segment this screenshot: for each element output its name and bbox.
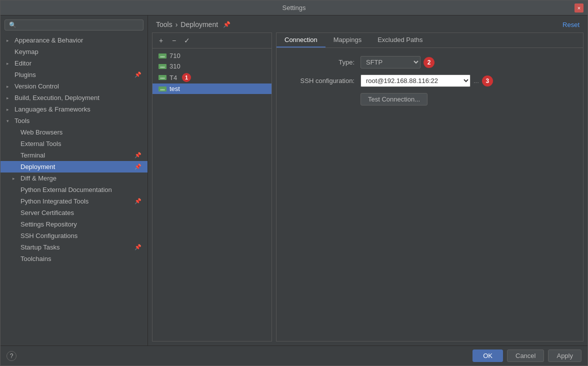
chevron-right-icon: ▸ [6, 96, 12, 100]
svg-text:≡≡≡: ≡≡≡ [160, 88, 164, 90]
main-area: Tools › Deployment 📌 Reset + − ✓ [148, 16, 588, 346]
sidebar-item-label: Version Control [14, 82, 59, 90]
apply-button[interactable]: Apply [548, 350, 582, 362]
ok-button[interactable]: OK [472, 350, 503, 362]
pin-icon: 📌 [134, 72, 142, 78]
ssh-input-container: root@192.168.88.116:22 ... 3 [360, 74, 493, 87]
chevron-right-icon: ▸ [6, 84, 12, 89]
cancel-button[interactable]: Cancel [507, 350, 544, 362]
settings-dialog: Settings × 🔍 ▸ Appearance & Behavior Key… [0, 0, 588, 366]
sidebar-item-keymap[interactable]: Keymap [0, 46, 148, 58]
close-button[interactable]: × [574, 4, 584, 12]
sidebar-item-build-execution[interactable]: ▸ Build, Execution, Deployment [0, 92, 148, 104]
sidebar-item-startup-tasks[interactable]: Startup Tasks 📌 [0, 242, 148, 253]
breadcrumb-pin-icon: 📌 [223, 21, 230, 28]
help-button[interactable]: ? [6, 351, 16, 361]
test-connection-button[interactable]: Test Connection... [360, 93, 428, 106]
chevron-right-icon: ▸ [6, 38, 12, 43]
add-button[interactable]: + [156, 35, 166, 46]
badge-1: 1 [182, 73, 191, 82]
badge-3: 3 [482, 76, 493, 86]
sidebar-item-label: Server Certificates [20, 209, 74, 216]
sidebar-item-label: Web Browsers [20, 128, 62, 136]
ssh-config-label: SSH configuration: [284, 77, 354, 84]
type-select[interactable]: SFTP FTP FTPS [360, 56, 420, 68]
sidebar-item-version-control[interactable]: ▸ Version Control [0, 80, 148, 92]
deployment-item-test[interactable]: ≡≡≡ test [152, 84, 272, 94]
sidebar-item-tools[interactable]: ▾ Tools [0, 115, 148, 126]
sidebar-item-label: Appearance & Behavior [14, 36, 83, 44]
breadcrumb: Tools › Deployment 📌 [156, 20, 230, 28]
sidebar-item-label: Keymap [14, 48, 38, 56]
type-field-container: SFTP FTP FTPS 2 [360, 56, 434, 68]
deployment-list: ≡≡≡ 710 ≡≡≡ 310 ≡≡≡ [152, 48, 272, 341]
sidebar-item-label: Toolchains [20, 255, 51, 262]
ssh-config-select[interactable]: root@192.168.88.116:22 [360, 74, 470, 87]
tab-connection[interactable]: Connection [276, 33, 326, 48]
sidebar-item-label: Deployment [20, 163, 55, 170]
pin-icon: 📌 [134, 244, 142, 250]
tab-bar: Connection Mappings Excluded Paths [276, 33, 583, 48]
main-body: + − ✓ ≡≡≡ 710 ≡≡≡ [148, 28, 588, 346]
tab-mappings-label: Mappings [334, 36, 362, 44]
check-button[interactable]: ✓ [182, 35, 192, 46]
deployment-item-label: T4 [170, 74, 177, 82]
type-label: Type: [284, 58, 354, 66]
content-area: 🔍 ▸ Appearance & Behavior Keymap ▸ Edito… [0, 16, 588, 346]
sidebar-item-python-integrated[interactable]: Python Integrated Tools 📌 [0, 196, 148, 207]
deployment-toolbar: + − ✓ [152, 33, 272, 48]
tab-connection-label: Connection [284, 36, 318, 44]
breadcrumb-parent: Tools [156, 20, 172, 28]
chevron-right-icon: ▸ [12, 176, 18, 181]
deployment-type-icon: ≡≡≡ [158, 86, 166, 92]
bottom-bar: ? OK Cancel Apply [0, 346, 588, 366]
sidebar-item-deployment[interactable]: Deployment 📌 [0, 161, 148, 172]
sidebar-item-ssh-configurations[interactable]: SSH Configurations [0, 230, 148, 242]
deployment-type-icon: ≡≡≡ [158, 54, 166, 58]
sidebar-item-label: Editor [14, 60, 32, 67]
tab-mappings[interactable]: Mappings [326, 33, 370, 48]
deployment-type-icon: ≡≡≡ [158, 64, 166, 69]
sidebar-item-python-ext-doc[interactable]: Python External Documentation [0, 184, 148, 196]
sidebar-item-toolchains[interactable]: Toolchains [0, 253, 148, 264]
search-icon: 🔍 [9, 22, 16, 28]
sidebar-item-server-certs[interactable]: Server Certificates [0, 207, 148, 218]
sidebar-item-label: Plugins [14, 71, 36, 78]
tab-excluded-paths-label: Excluded Paths [378, 36, 422, 44]
tab-excluded-paths[interactable]: Excluded Paths [370, 33, 430, 48]
reset-button[interactable]: Reset [562, 21, 580, 28]
pin-icon: 📌 [134, 152, 142, 158]
sidebar-item-label: SSH Configurations [20, 232, 78, 240]
svg-text:≡≡≡: ≡≡≡ [160, 54, 164, 58]
remove-button[interactable]: − [168, 35, 180, 46]
deployment-item-T4[interactable]: ≡≡≡ T4 1 [152, 72, 272, 84]
sidebar-item-label: External Tools [20, 140, 61, 148]
search-input[interactable] [18, 22, 139, 28]
sidebar-item-terminal[interactable]: Terminal 📌 [0, 150, 148, 161]
sidebar-item-label: Startup Tasks [20, 244, 60, 251]
sidebar-item-external-tools[interactable]: External Tools [0, 138, 148, 150]
svg-text:≡≡≡: ≡≡≡ [160, 65, 164, 68]
tab-content-connection: Type: SFTP FTP FTPS 2 SSH [276, 48, 583, 341]
dialog-title: Settings [282, 4, 306, 12]
sidebar-item-web-browsers[interactable]: Web Browsers [0, 126, 148, 138]
sidebar-item-editor[interactable]: ▸ Editor [0, 58, 148, 69]
deployment-item-710[interactable]: ≡≡≡ 710 [152, 50, 272, 61]
svg-text:≡≡≡: ≡≡≡ [160, 76, 164, 80]
sidebar-items: ▸ Appearance & Behavior Keymap ▸ Editor … [0, 34, 148, 346]
sidebar-item-appearance[interactable]: ▸ Appearance & Behavior [0, 34, 148, 46]
sidebar-item-diff-merge[interactable]: ▸ Diff & Merge [0, 172, 148, 184]
sidebar-item-label: Diff & Merge [20, 174, 56, 182]
search-box[interactable]: 🔍 [4, 20, 144, 30]
deployment-item-310[interactable]: ≡≡≡ 310 [152, 61, 272, 72]
deployment-panel: + − ✓ ≡≡≡ 710 ≡≡≡ [152, 32, 272, 342]
pin-icon: 📌 [134, 164, 142, 170]
sidebar-item-label: Terminal [20, 152, 45, 159]
sidebar-item-plugins[interactable]: Plugins 📌 [0, 69, 148, 80]
sidebar-item-settings-repo[interactable]: Settings Repository [0, 218, 148, 230]
chevron-down-icon: ▾ [6, 118, 12, 124]
sidebar-item-languages[interactable]: ▸ Languages & Frameworks [0, 104, 148, 115]
ssh-config-row: SSH configuration: root@192.168.88.116:2… [284, 74, 575, 87]
deployment-item-label: 710 [170, 52, 180, 60]
deployment-type-icon: ≡≡≡ [158, 75, 166, 80]
